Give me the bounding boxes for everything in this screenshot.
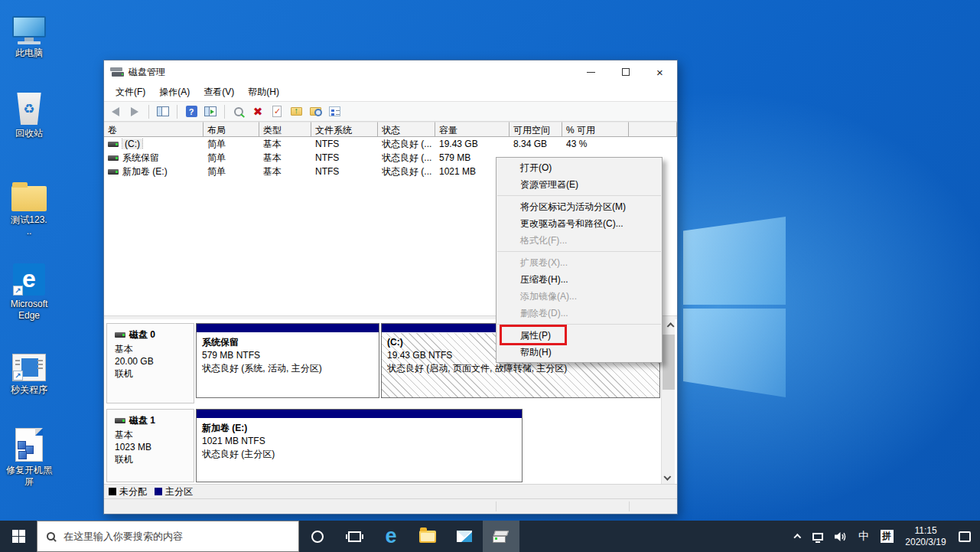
menu-item-explorer[interactable]: 资源管理器(E) bbox=[497, 176, 662, 193]
desktop-icon-microsoft-edge[interactable]: e↗ Microsoft Edge bbox=[1, 257, 57, 322]
show-console-tree-icon[interactable] bbox=[156, 105, 170, 118]
disk-1-row: 磁盘 1 基本 1023 MB 联机 新加卷 (E:) 1021 MB NTFS… bbox=[106, 409, 660, 482]
taskbar-disk-management-button[interactable] bbox=[483, 521, 519, 552]
ime-language-indicator[interactable]: 中 bbox=[855, 521, 873, 552]
file-explorer-icon bbox=[419, 531, 436, 543]
volume-type: 基本 bbox=[259, 138, 311, 151]
help-icon[interactable]: ? bbox=[184, 105, 198, 118]
menu-item-change-drive-letter[interactable]: 更改驱动器号和路径(C)... bbox=[497, 215, 662, 232]
partition-system-reserved[interactable]: 系统保留 579 MB NTFS 状态良好 (系统, 活动, 主分区) bbox=[196, 323, 379, 398]
column-header-filesystem[interactable]: 文件系统 bbox=[311, 122, 378, 137]
desktop-icon-fix-black-screen[interactable]: 修复开机黑 屏 bbox=[1, 423, 57, 488]
task-view-icon bbox=[348, 531, 361, 542]
disk-1-info[interactable]: 磁盘 1 基本 1023 MB 联机 bbox=[106, 409, 194, 482]
desktop-icon-recycle-bin[interactable]: ♻ 回收站 bbox=[1, 87, 57, 139]
partition-new-volume-e[interactable]: 新加卷 (E:) 1021 MB NTFS 状态良好 (主分区) bbox=[196, 409, 523, 482]
desktop-icon-label: 此电脑 bbox=[1, 47, 57, 59]
ime-mode-indicator[interactable]: 拼 bbox=[877, 521, 896, 552]
vertical-scrollbar[interactable] bbox=[661, 319, 675, 484]
show-action-pane-icon[interactable] bbox=[203, 105, 217, 118]
options-list-icon[interactable] bbox=[327, 105, 341, 118]
scrollbar-thumb[interactable] bbox=[663, 335, 675, 390]
edge-icon: e↗ bbox=[1, 257, 57, 296]
delete-icon[interactable]: ✖ bbox=[251, 105, 265, 118]
column-header-type[interactable]: 类型 bbox=[259, 122, 311, 137]
column-header-capacity[interactable]: 容量 bbox=[435, 122, 510, 137]
volume-layout: 简单 bbox=[203, 165, 259, 178]
minimize-icon bbox=[587, 72, 595, 73]
cortana-icon bbox=[311, 531, 324, 543]
taskbar-clock[interactable]: 11:15 2020/3/19 bbox=[900, 521, 951, 552]
volume-filesystem: NTFS bbox=[311, 166, 378, 177]
disk-0-info[interactable]: 磁盘 0 基本 20.00 GB 联机 bbox=[106, 323, 194, 403]
search-icon bbox=[47, 532, 55, 541]
menu-help[interactable]: 帮助(H) bbox=[241, 83, 286, 101]
volume-name: (C:) bbox=[122, 139, 142, 149]
column-header-layout[interactable]: 布局 bbox=[203, 122, 259, 137]
desktop-icon-this-pc[interactable]: 此电脑 bbox=[1, 6, 57, 59]
volume-capacity: 19.43 GB bbox=[435, 139, 510, 149]
scroll-down-button[interactable] bbox=[662, 471, 676, 484]
chevron-up-icon bbox=[793, 534, 801, 541]
menu-item-help[interactable]: 帮助(H) bbox=[497, 344, 662, 361]
minimize-button[interactable] bbox=[574, 60, 608, 83]
windows-logo-icon bbox=[12, 530, 25, 543]
cortana-button[interactable] bbox=[299, 521, 336, 552]
taskbar-mail-button[interactable] bbox=[446, 521, 483, 552]
program-window-icon: ↗ bbox=[1, 343, 57, 381]
back-icon[interactable] bbox=[109, 105, 122, 118]
menu-item-add-mirror: 添加镜像(A)... bbox=[497, 288, 662, 305]
menu-action[interactable]: 操作(A) bbox=[152, 83, 197, 101]
menu-item-mark-active-partition[interactable]: 将分区标记为活动分区(M) bbox=[497, 198, 662, 215]
network-tray-button[interactable] bbox=[809, 521, 827, 552]
desktop-icon-test-folder[interactable]: 测试123. .. bbox=[1, 173, 57, 237]
action-center-icon bbox=[959, 531, 971, 542]
desktop-icon-label-line2: 屏 bbox=[1, 476, 57, 488]
menu-item-shrink-volume[interactable]: 压缩卷(H)... bbox=[497, 271, 662, 288]
menu-item-format: 格式化(F)... bbox=[497, 232, 662, 249]
menu-item-open[interactable]: 打开(O) bbox=[497, 159, 662, 176]
volume-status: 状态良好 (... bbox=[378, 165, 435, 178]
search-input[interactable] bbox=[62, 530, 276, 543]
desktop-icon-quick-close[interactable]: ↗ 秒关程序 bbox=[1, 343, 57, 396]
volume-filesystem: NTFS bbox=[311, 152, 378, 163]
column-header-volume[interactable]: 卷 bbox=[104, 122, 203, 137]
taskbar-edge-button[interactable]: e bbox=[373, 521, 409, 552]
taskbar-file-explorer-button[interactable] bbox=[409, 521, 446, 552]
column-header-free-space[interactable]: 可用空间 bbox=[510, 122, 562, 137]
menu-item-properties[interactable]: 属性(P) bbox=[497, 327, 662, 344]
legend-unallocated: 未分配 bbox=[109, 485, 147, 498]
clock-date: 2020/3/19 bbox=[905, 537, 946, 548]
column-header-status[interactable]: 状态 bbox=[378, 122, 435, 137]
explore-folder-icon[interactable] bbox=[308, 105, 322, 118]
volume-row-c[interactable]: (C:) 简单 基本 NTFS 状态良好 (... 19.43 GB 8.34 … bbox=[104, 137, 677, 151]
chevron-down-icon bbox=[663, 473, 671, 481]
primary-partition-band bbox=[197, 324, 379, 333]
volume-tray-button[interactable] bbox=[832, 521, 850, 552]
tray-overflow-button[interactable] bbox=[786, 521, 804, 552]
close-button[interactable]: × bbox=[643, 60, 677, 83]
menu-file[interactable]: 文件(F) bbox=[109, 83, 152, 101]
rescan-disks-icon[interactable] bbox=[232, 105, 246, 118]
menu-view[interactable]: 查看(V) bbox=[197, 83, 241, 101]
volume-free-space: 8.34 GB bbox=[510, 139, 562, 149]
check-volume-icon[interactable] bbox=[270, 105, 284, 118]
taskbar-search[interactable] bbox=[37, 521, 299, 552]
forward-icon[interactable] bbox=[128, 105, 142, 118]
disk-icon bbox=[115, 418, 125, 423]
disk-size: 20.00 GB bbox=[115, 355, 187, 367]
move-up-folder-icon[interactable] bbox=[289, 105, 303, 118]
start-button[interactable] bbox=[0, 521, 37, 552]
column-header-percent-free[interactable]: % 可用 bbox=[562, 122, 629, 137]
maximize-button[interactable] bbox=[608, 60, 643, 83]
recycle-bin-icon: ♻ bbox=[1, 87, 57, 125]
task-view-button[interactable] bbox=[336, 521, 373, 552]
chevron-up-icon bbox=[666, 322, 674, 330]
action-center-button[interactable] bbox=[956, 521, 974, 552]
scroll-up-button[interactable] bbox=[662, 319, 676, 332]
disk-size: 1023 MB bbox=[115, 441, 187, 453]
edge-icon: e bbox=[385, 526, 396, 547]
title-bar[interactable]: 磁盘管理 × bbox=[104, 60, 677, 83]
disk-name: 磁盘 0 bbox=[129, 328, 155, 341]
desktop-icon-label: 回收站 bbox=[1, 128, 57, 139]
